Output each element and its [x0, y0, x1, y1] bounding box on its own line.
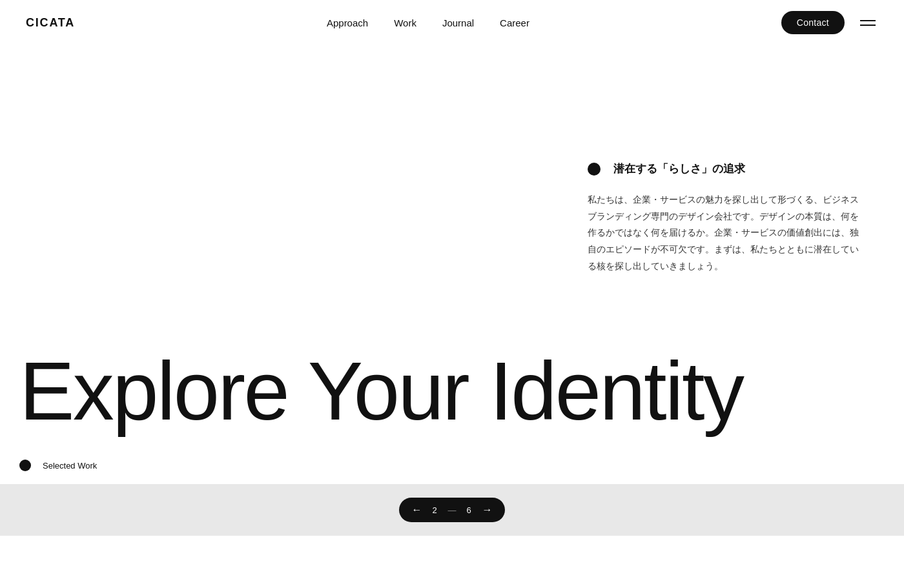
nav-work[interactable]: Work	[394, 17, 416, 28]
selected-work-dot	[19, 460, 31, 471]
hamburger-line-2	[860, 25, 876, 26]
selected-work-label: Selected Work	[43, 461, 97, 471]
site-header: CICATA Approach Work Journal Career Cont…	[0, 0, 904, 45]
pagination-prev[interactable]: ←	[412, 504, 422, 516]
pagination-control: ← 2 — 6 →	[399, 498, 506, 522]
pagination-next[interactable]: →	[482, 504, 492, 516]
intro-text-block: 潜在する「らしさ」の追求 私たちは、企業・サービスの魅力を探し出して形づくる、ビ…	[588, 161, 865, 274]
hamburger-menu[interactable]	[858, 17, 878, 28]
hero-heading: Explore Your Identity	[19, 350, 904, 432]
main-content: 潜在する「らしさ」の追求 私たちは、企業・サービスの魅力を探し出して形づくる、ビ…	[0, 45, 904, 484]
intro-body: 私たちは、企業・サービスの魅力を探し出して形づくる、ビジネスブランディング専門の…	[588, 192, 865, 274]
pagination-current: 2	[433, 505, 438, 515]
intro-text-header: 潜在する「らしさ」の追求	[588, 161, 865, 176]
intro-bullet-dot	[588, 163, 601, 176]
hero-text-area: Explore Your Identity	[19, 350, 904, 432]
header-right: Contact	[781, 11, 878, 34]
nav-approach[interactable]: Approach	[327, 17, 368, 28]
hamburger-line-1	[860, 20, 876, 21]
intro-title: 潜在する「らしさ」の追求	[613, 161, 745, 176]
main-nav: Approach Work Journal Career	[327, 17, 529, 28]
bottom-strip: ← 2 — 6 →	[0, 484, 904, 536]
contact-button[interactable]: Contact	[781, 11, 845, 34]
nav-career[interactable]: Career	[500, 17, 529, 28]
pagination-separator: —	[448, 505, 457, 515]
pagination-total: 6	[467, 505, 472, 515]
nav-journal[interactable]: Journal	[442, 17, 474, 28]
site-logo[interactable]: CICATA	[26, 16, 75, 30]
selected-work-row: Selected Work	[19, 460, 97, 471]
